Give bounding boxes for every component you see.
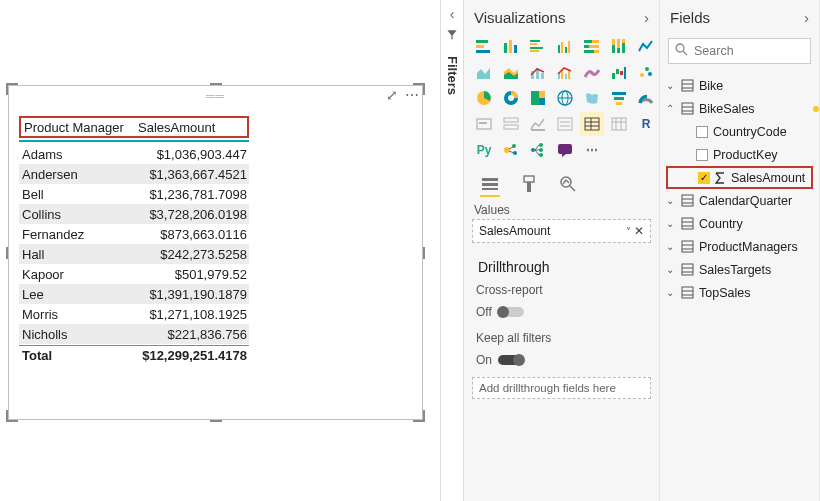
active-indicator-icon bbox=[813, 106, 819, 112]
viz-key-influencers-icon[interactable] bbox=[499, 138, 523, 162]
resize-handle[interactable] bbox=[421, 247, 425, 259]
table-node-bikesales[interactable]: ⌃ BikeSales bbox=[662, 97, 817, 120]
svg-rect-43 bbox=[531, 91, 539, 105]
chevron-down-icon: ⌄ bbox=[666, 287, 676, 298]
svg-rect-36 bbox=[624, 67, 626, 79]
viz-decomposition-icon[interactable] bbox=[526, 138, 550, 162]
viz-100-stacked-bar-icon[interactable] bbox=[580, 34, 604, 58]
viz-scatter-icon[interactable] bbox=[634, 60, 658, 84]
svg-rect-11 bbox=[561, 42, 563, 53]
svg-rect-17 bbox=[589, 45, 599, 48]
filters-pane-collapsed[interactable]: ‹ Filters bbox=[440, 0, 464, 501]
fields-search[interactable]: Search bbox=[668, 38, 811, 64]
viz-line-column-icon[interactable] bbox=[526, 60, 550, 84]
viz-area-icon[interactable] bbox=[472, 60, 496, 84]
table-node-country[interactable]: ⌄ Country bbox=[662, 212, 817, 235]
cross-report-toggle[interactable]: Off bbox=[464, 303, 659, 329]
table-row[interactable]: Kapoor$501,979.52 bbox=[19, 264, 249, 284]
table-row[interactable]: Hall$242,273.5258 bbox=[19, 244, 249, 264]
viz-card-icon[interactable] bbox=[472, 112, 496, 136]
svg-rect-7 bbox=[530, 43, 537, 45]
viz-pane-header[interactable]: Visualizations › bbox=[464, 0, 659, 34]
viz-map-icon[interactable] bbox=[553, 86, 577, 110]
focus-mode-icon[interactable]: ⤢ bbox=[386, 87, 398, 103]
viz-clustered-column-icon[interactable] bbox=[553, 34, 577, 58]
resize-handle[interactable] bbox=[413, 410, 425, 422]
fields-tab-icon[interactable] bbox=[480, 174, 500, 197]
viz-pie-icon[interactable] bbox=[472, 86, 496, 110]
table-node-calendarquarter[interactable]: ⌄ CalendarQuarter bbox=[662, 189, 817, 212]
drag-grip-icon[interactable]: ══ bbox=[206, 89, 225, 103]
viz-multirow-card-icon[interactable] bbox=[499, 112, 523, 136]
chevron-down-icon[interactable]: ˅ bbox=[626, 226, 631, 237]
checkbox-checked[interactable]: ✓ bbox=[698, 172, 710, 184]
table-row[interactable]: Morris$1,271,108.1925 bbox=[19, 304, 249, 324]
drillthrough-drop[interactable]: Add drillthrough fields here bbox=[472, 377, 651, 399]
chevron-right-icon[interactable]: › bbox=[644, 9, 649, 26]
viz-funnel-icon[interactable] bbox=[607, 86, 631, 110]
viz-clustered-bar-icon[interactable] bbox=[526, 34, 550, 58]
resize-handle[interactable] bbox=[210, 418, 222, 422]
table-row[interactable]: Bell$1,236,781.7098 bbox=[19, 184, 249, 204]
viz-table-icon[interactable] bbox=[580, 112, 604, 136]
analytics-tab-icon[interactable] bbox=[558, 174, 578, 197]
viz-100-stacked-column-icon[interactable] bbox=[607, 34, 631, 58]
table-node-productmanagers[interactable]: ⌄ ProductManagers bbox=[662, 235, 817, 258]
viz-ribbon-icon[interactable] bbox=[580, 60, 604, 84]
col-header-pm[interactable]: Product Manager bbox=[21, 120, 136, 135]
table-row[interactable]: Adams$1,036,903.447 bbox=[19, 144, 249, 164]
resize-handle[interactable] bbox=[210, 83, 222, 87]
svg-rect-50 bbox=[614, 97, 624, 100]
viz-qna-icon[interactable] bbox=[553, 138, 577, 162]
svg-rect-25 bbox=[622, 39, 625, 43]
format-tab-icon[interactable] bbox=[520, 174, 538, 197]
viz-slicer-icon[interactable] bbox=[553, 112, 577, 136]
table-node-topsales[interactable]: ⌄ TopSales bbox=[662, 281, 817, 304]
viz-python-icon[interactable]: Py bbox=[472, 138, 496, 162]
viz-stacked-area-icon[interactable] bbox=[499, 60, 523, 84]
values-field-well[interactable]: SalesAmount ˅ ✕ bbox=[472, 219, 651, 243]
table-visual[interactable]: ══ ⤢ ⋯ Product Manager SalesAmount Adams… bbox=[8, 85, 423, 420]
viz-waterfall-icon[interactable] bbox=[607, 60, 631, 84]
viz-kpi-icon[interactable] bbox=[526, 112, 550, 136]
table-node-salestargets[interactable]: ⌄ SalesTargets bbox=[662, 258, 817, 281]
expand-filters-icon[interactable]: ‹ bbox=[450, 6, 455, 22]
table-row[interactable]: Lee$1,391,190.1879 bbox=[19, 284, 249, 304]
table-row[interactable]: Collins$3,728,206.0198 bbox=[19, 204, 249, 224]
chevron-down-icon: ⌄ bbox=[666, 195, 676, 206]
viz-stacked-column-icon[interactable] bbox=[499, 34, 523, 58]
viz-filled-map-icon[interactable] bbox=[580, 86, 604, 110]
resize-handle[interactable] bbox=[6, 247, 10, 259]
viz-line-clustered-icon[interactable] bbox=[553, 60, 577, 84]
col-header-amt[interactable]: SalesAmount bbox=[136, 120, 247, 135]
svg-rect-93 bbox=[682, 103, 693, 114]
more-options-icon[interactable]: ⋯ bbox=[405, 87, 419, 103]
viz-r-script-icon[interactable]: R bbox=[634, 112, 658, 136]
checkbox[interactable] bbox=[696, 126, 708, 138]
chevron-right-icon[interactable]: › bbox=[804, 9, 809, 26]
viz-more-icon[interactable]: ⋯ bbox=[580, 138, 604, 162]
table-row[interactable]: Andersen$1,363,667.4521 bbox=[19, 164, 249, 184]
visualizations-pane: Visualizations › R Py bbox=[464, 0, 660, 501]
checkbox[interactable] bbox=[696, 149, 708, 161]
remove-field-icon[interactable]: ✕ bbox=[634, 224, 644, 238]
field-productkey[interactable]: ProductKey bbox=[662, 143, 817, 166]
resize-handle[interactable] bbox=[6, 410, 18, 422]
resize-handle[interactable] bbox=[6, 83, 18, 95]
field-salesamount[interactable]: ✓ SalesAmount bbox=[666, 166, 813, 189]
table-node-bike[interactable]: ⌄ Bike bbox=[662, 74, 817, 97]
fields-pane-header[interactable]: Fields › bbox=[660, 0, 819, 34]
table-row[interactable]: Fernandez$873,663.0116 bbox=[19, 224, 249, 244]
keep-filters-toggle[interactable]: On bbox=[464, 351, 659, 377]
viz-gauge-icon[interactable] bbox=[634, 86, 658, 110]
viz-line-icon[interactable] bbox=[634, 34, 658, 58]
viz-donut-icon[interactable] bbox=[499, 86, 523, 110]
table-row[interactable]: Nicholls$221,836.756 bbox=[19, 324, 249, 344]
viz-matrix-icon[interactable] bbox=[607, 112, 631, 136]
viz-stacked-bar-icon[interactable] bbox=[472, 34, 496, 58]
svg-rect-35 bbox=[620, 71, 623, 75]
values-label: Values bbox=[464, 199, 659, 219]
svg-rect-19 bbox=[594, 50, 599, 53]
viz-treemap-icon[interactable] bbox=[526, 86, 550, 110]
field-countrycode[interactable]: CountryCode bbox=[662, 120, 817, 143]
